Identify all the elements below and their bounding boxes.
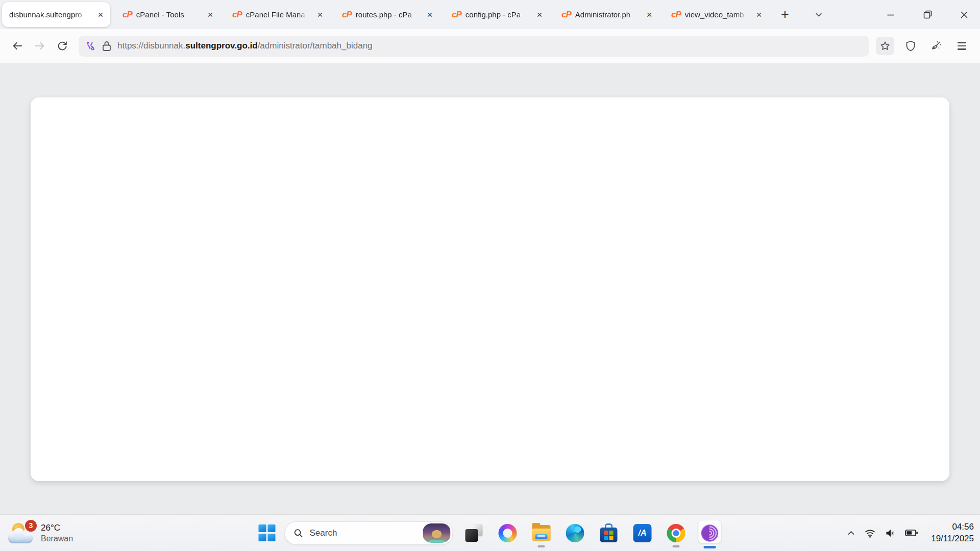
close-window-button[interactable] — [953, 5, 975, 25]
new-identity-button[interactable] — [927, 37, 945, 55]
cpanel-favicon: cP — [671, 10, 681, 20]
screen: disbunnak.sultengpro × cP cPanel - Tools… — [0, 0, 980, 551]
tab-cpanel-tools[interactable]: cP cPanel - Tools × — [115, 2, 220, 27]
cpanel-favicon: cP — [122, 10, 132, 20]
app-file-explorer[interactable] — [529, 517, 554, 549]
tab-title: routes.php - cPa — [356, 10, 419, 19]
tab-routes-php[interactable]: cP routes.php - cPa × — [335, 2, 439, 27]
notification-badge: 3 — [25, 520, 37, 532]
app-ia[interactable]: /A — [630, 517, 655, 549]
lock-icon — [102, 41, 111, 52]
tor-browser-icon — [701, 524, 719, 542]
close-icon[interactable]: × — [752, 8, 766, 21]
new-tab-button[interactable]: + — [776, 6, 794, 24]
clock-date: 19/11/2025 — [931, 533, 974, 545]
forward-arrow-icon — [34, 40, 45, 52]
browser-viewport — [0, 64, 980, 514]
app-microsoft-store[interactable] — [596, 517, 622, 549]
circuit-display-icon[interactable] — [86, 41, 96, 51]
taskbar-center: Search — [258, 515, 723, 551]
running-indicator — [673, 545, 680, 547]
microsoft-store-icon — [600, 523, 618, 542]
temperature-label: 26°C — [41, 523, 73, 533]
chevron-down-icon — [815, 11, 823, 19]
tab-title: Administrator.ph — [575, 10, 639, 19]
cpanel-favicon: cP — [342, 10, 352, 20]
condition-label: Berawan — [41, 534, 73, 543]
back-arrow-icon — [12, 40, 23, 52]
tab-view-video[interactable]: cP view_video_tamb × — [664, 2, 769, 27]
wifi-button[interactable] — [864, 528, 876, 538]
list-all-tabs-button[interactable] — [810, 6, 828, 24]
weather-text: 26°C Berawan — [41, 523, 73, 543]
tab-title: cPanel File Mana — [246, 10, 309, 19]
shield-icon — [905, 40, 916, 52]
running-indicator — [538, 545, 545, 547]
navigation-bar: https://disbunnak.sultengprov.go.id/admi… — [0, 29, 980, 63]
bookmark-button[interactable] — [876, 37, 894, 55]
close-icon[interactable]: × — [204, 8, 217, 21]
battery-button[interactable] — [905, 528, 918, 538]
close-icon[interactable]: × — [313, 8, 327, 21]
navbar-actions — [876, 37, 971, 55]
cpanel-favicon: cP — [452, 10, 461, 20]
close-icon[interactable]: × — [94, 8, 107, 21]
weather-widget[interactable]: 3 26°C Berawan — [8, 515, 73, 551]
window-controls — [880, 5, 975, 25]
bing-daily-image[interactable] — [423, 523, 451, 543]
page-card-blank — [31, 97, 949, 481]
menu-button[interactable] — [952, 37, 971, 55]
search-label: Search — [310, 528, 337, 538]
url-text: https://disbunnak.sultengprov.go.id/admi… — [117, 41, 373, 51]
tab-title: disbunnak.sultengpro — [9, 10, 90, 19]
close-icon[interactable]: × — [533, 8, 546, 21]
clock[interactable]: 04:56 19/11/2025 — [931, 521, 974, 545]
close-icon — [960, 10, 969, 19]
sun-cloud-icon: 3 — [8, 521, 35, 545]
restore-button[interactable] — [917, 5, 938, 25]
search-icon — [293, 528, 304, 538]
tab-config-php[interactable]: cP config.php - cPa × — [445, 2, 549, 27]
copilot-icon — [499, 524, 517, 542]
close-icon[interactable]: × — [643, 8, 656, 21]
active-indicator — [704, 546, 716, 548]
close-icon[interactable]: × — [423, 8, 436, 21]
forward-button[interactable] — [30, 36, 50, 56]
app-task-view[interactable] — [461, 517, 487, 549]
tab-title: view_video_tamb — [685, 10, 748, 19]
volume-button[interactable] — [885, 528, 896, 539]
start-button[interactable] — [258, 523, 277, 542]
taskbar: 3 26°C Berawan Search — [0, 514, 980, 551]
minimize-button[interactable] — [880, 5, 901, 25]
chevron-up-icon — [847, 529, 855, 537]
star-icon — [879, 40, 891, 52]
tab-administrator-php[interactable]: cP Administrator.ph × — [554, 2, 659, 27]
reload-button[interactable] — [53, 36, 72, 56]
battery-icon — [905, 528, 918, 538]
ia-app-icon: /A — [633, 524, 652, 542]
back-button[interactable] — [8, 36, 27, 56]
app-tor-browser[interactable] — [697, 517, 723, 549]
task-view-icon — [465, 524, 483, 542]
system-tray: 04:56 19/11/2025 — [847, 515, 974, 551]
url-prefix: https://disbunnak. — [117, 41, 185, 51]
broom-icon — [930, 40, 942, 52]
taskbar-search[interactable]: Search — [285, 521, 453, 545]
chrome-icon — [667, 524, 685, 542]
show-hidden-icons-button[interactable] — [847, 529, 855, 537]
restore-icon — [923, 10, 933, 19]
app-edge[interactable] — [562, 517, 588, 549]
app-chrome[interactable] — [664, 517, 689, 549]
ia-app-glyph: /A — [639, 529, 647, 538]
app-copilot[interactable] — [495, 517, 521, 549]
volume-icon — [885, 528, 896, 539]
cpanel-favicon: cP — [232, 10, 242, 20]
url-domain: sultengprov.go.id — [185, 41, 257, 51]
reload-icon — [57, 40, 68, 52]
tab-disbunnak[interactable]: disbunnak.sultengpro × — [2, 2, 110, 27]
tab-cpanel-file-manager[interactable]: cP cPanel File Mana × — [225, 2, 330, 27]
security-level-button[interactable] — [901, 37, 920, 55]
wifi-icon — [864, 528, 876, 538]
address-bar[interactable]: https://disbunnak.sultengprov.go.id/admi… — [79, 36, 869, 57]
tab-bar: disbunnak.sultengpro × cP cPanel - Tools… — [0, 0, 980, 29]
